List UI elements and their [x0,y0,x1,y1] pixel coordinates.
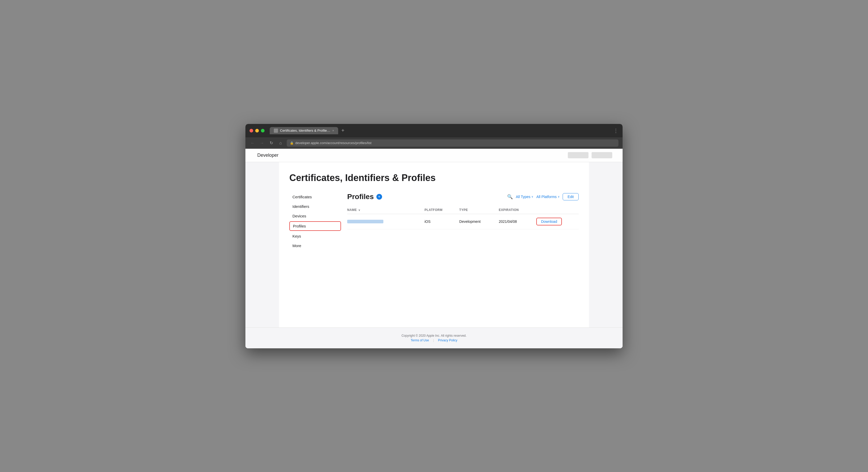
tab-close-button[interactable]: × [332,129,334,132]
header-btn-2[interactable] [592,152,612,158]
panel-title-area: Profiles + [347,193,382,201]
footer-links: Terms of Use | Privacy Policy [256,339,612,342]
column-type: TYPE [456,206,496,214]
panel-title: Profiles [347,193,374,201]
chevron-down-icon: ∨ [558,195,560,198]
content-area: Certificates Identifiers Devices Profile… [289,193,579,251]
header-btn-1[interactable] [568,152,588,158]
profile-platform-cell: iOS [421,214,456,229]
all-types-filter[interactable]: All Types ∨ [516,195,533,199]
footer-divider: | [433,339,434,342]
chevron-down-icon: ∨ [531,195,533,198]
browser-window: Certificates, Identifiers & Profile… × +… [245,124,623,348]
column-expiration: EXPIRATION [496,206,533,214]
profile-actions-cell: Download [533,214,579,229]
column-actions [533,206,579,214]
address-input[interactable]: 🔒 developer.apple.com/account/resources/… [287,139,618,147]
forward-button[interactable]: → [259,141,265,145]
copyright-text: Copyright © 2020 Apple Inc. All rights r… [401,334,467,338]
privacy-policy-link[interactable]: Privacy Policy [438,339,458,342]
terms-of-use-link[interactable]: Terms of Use [411,339,429,342]
table-header: NAME ∨ PLATFORM TYPE EXPIR [347,206,579,214]
profile-expiration-cell: 2021/04/08 [496,214,533,229]
table-row: iOS Development 2021/04/08 Download [347,214,579,229]
back-button[interactable]: ← [250,141,256,145]
site-header: Developer [245,149,623,162]
refresh-button[interactable]: ↻ [268,140,274,145]
search-icon[interactable]: 🔍 [507,194,513,199]
profile-name-placeholder [347,220,383,223]
profile-type-cell: Development [456,214,496,229]
main-container: Certificates, Identifiers & Profiles Cer… [279,162,589,327]
download-button[interactable]: Download [536,218,562,225]
sort-icon: ∨ [358,209,361,212]
panel-header: Profiles + 🔍 All Types ∨ All Platforms [347,193,579,201]
tab-favicon-icon [274,129,278,133]
add-profile-button[interactable]: + [376,194,382,199]
page-content: Developer Certificates, Identifiers & Pr… [245,149,623,348]
minimize-window-button[interactable] [255,129,259,132]
main-panel: Profiles + 🔍 All Types ∨ All Platforms [341,193,579,251]
sidebar: Certificates Identifiers Devices Profile… [289,193,341,251]
tab-title: Certificates, Identifiers & Profile… [280,129,330,132]
close-window-button[interactable] [250,129,253,132]
tab-bar: Certificates, Identifiers & Profile… × + [270,127,610,134]
site-footer: Copyright © 2020 Apple Inc. All rights r… [245,327,623,348]
new-tab-button[interactable]: + [339,128,346,133]
active-tab[interactable]: Certificates, Identifiers & Profile… × [270,127,338,134]
apple-logo-area: Developer [256,153,278,158]
lock-icon: 🔒 [290,141,294,145]
column-name[interactable]: NAME ∨ [347,206,421,214]
home-button[interactable]: ⌂ [277,141,284,145]
header-right [568,152,612,158]
traffic-lights [250,129,265,132]
edit-button[interactable]: Edit [563,193,579,200]
panel-controls: 🔍 All Types ∨ All Platforms ∨ Edit [507,193,579,200]
sidebar-item-identifiers[interactable]: Identifiers [289,202,341,211]
url-text: developer.apple.com/account/resources/pr… [295,141,371,145]
sidebar-item-more[interactable]: More [289,242,341,250]
address-bar: ← → ↻ ⌂ 🔒 developer.apple.com/account/re… [245,137,623,149]
maximize-window-button[interactable] [261,129,265,132]
sidebar-item-certificates[interactable]: Certificates [289,193,341,201]
sidebar-item-devices[interactable]: Devices [289,212,341,220]
title-bar: Certificates, Identifiers & Profile… × +… [245,124,623,137]
profiles-table: NAME ∨ PLATFORM TYPE EXPIR [347,206,579,229]
browser-more-button[interactable]: ⋮ [613,128,618,134]
profile-name-cell [347,214,421,229]
page-title: Certificates, Identifiers & Profiles [289,172,579,183]
developer-label: Developer [257,153,278,158]
table-body: iOS Development 2021/04/08 Download [347,214,579,229]
sidebar-item-profiles[interactable]: Profiles [289,221,341,231]
all-platforms-filter[interactable]: All Platforms ∨ [536,195,560,199]
column-platform: PLATFORM [421,206,456,214]
sidebar-item-keys[interactable]: Keys [289,232,341,241]
